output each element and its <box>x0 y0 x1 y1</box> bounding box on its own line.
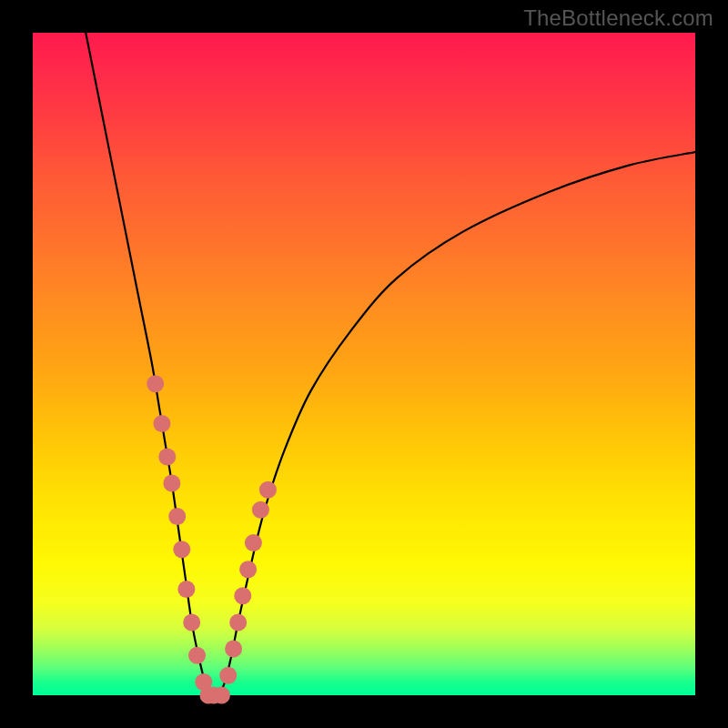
bottleneck-curve <box>86 33 695 697</box>
plot-area <box>33 33 695 695</box>
data-marker <box>234 587 251 604</box>
data-marker <box>153 415 170 432</box>
data-marker <box>245 534 262 551</box>
marker-group <box>147 375 277 703</box>
data-marker <box>219 667 237 684</box>
data-marker <box>173 541 190 558</box>
data-marker <box>225 641 242 658</box>
watermark-text: TheBottleneck.com <box>523 5 713 31</box>
data-marker <box>188 647 206 664</box>
data-marker <box>239 561 257 578</box>
data-marker <box>229 613 247 631</box>
data-marker <box>183 613 200 631</box>
data-marker <box>177 581 195 598</box>
data-marker <box>147 375 164 392</box>
data-marker <box>168 508 186 525</box>
data-marker <box>252 501 269 519</box>
data-marker <box>213 687 230 704</box>
data-marker <box>158 448 176 465</box>
data-marker <box>163 475 180 492</box>
chart-svg <box>33 33 695 695</box>
data-marker <box>259 481 277 499</box>
chart-frame: TheBottleneck.com <box>0 0 728 728</box>
